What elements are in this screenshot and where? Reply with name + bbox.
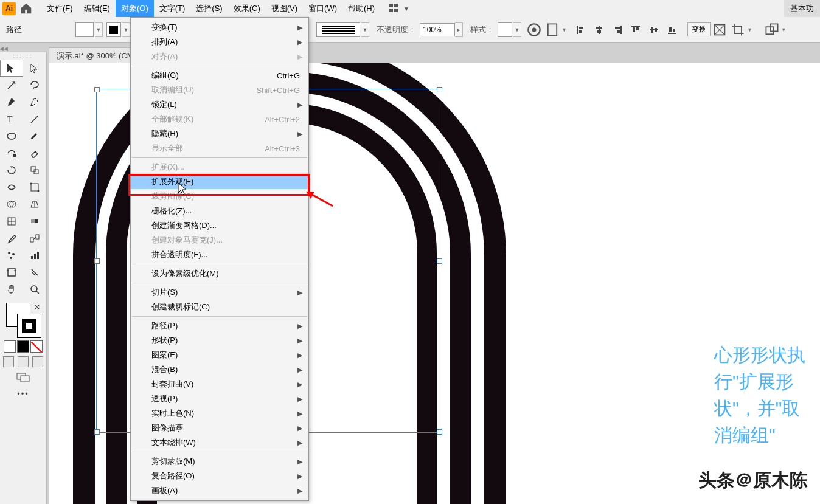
opacity-dropdown[interactable]: ▸ bbox=[455, 22, 463, 37]
magic-wand-tool[interactable] bbox=[0, 77, 23, 94]
direct-selection-tool[interactable] bbox=[23, 60, 46, 77]
shape-builder-tool[interactable] bbox=[0, 196, 23, 213]
menu-item[interactable]: 实时上色(N)▶ bbox=[131, 406, 308, 421]
recolor-icon[interactable] bbox=[527, 22, 541, 37]
menu-文件F[interactable]: 文件(F) bbox=[41, 0, 78, 17]
menu-item[interactable]: 图案(E)▶ bbox=[131, 348, 308, 362]
eraser-tool[interactable] bbox=[23, 145, 46, 162]
paintbrush-tool[interactable] bbox=[23, 128, 46, 145]
slice-tool[interactable] bbox=[23, 264, 46, 281]
home-icon[interactable] bbox=[19, 2, 33, 15]
menu-item[interactable]: 锁定(L)▶ bbox=[131, 97, 308, 112]
curvature-tool[interactable] bbox=[23, 94, 46, 111]
stroke-box[interactable] bbox=[17, 314, 41, 338]
chevron-down-icon[interactable]: ▼ bbox=[403, 5, 409, 12]
stroke-swatch[interactable] bbox=[106, 22, 121, 37]
gradient-mode-icon[interactable] bbox=[17, 340, 29, 353]
menu-item[interactable]: 创建渐变网格(D)... bbox=[131, 218, 308, 233]
menu-item[interactable]: 剪切蒙版(M)▶ bbox=[131, 454, 308, 469]
menu-文字T[interactable]: 文字(T) bbox=[154, 0, 191, 17]
align-top-icon[interactable] bbox=[628, 22, 643, 37]
menu-item[interactable]: 复合路径(O)▶ bbox=[131, 469, 308, 483]
selection-tool[interactable] bbox=[0, 60, 23, 77]
panel-grip[interactable]: :::::: bbox=[0, 52, 46, 60]
menu-item[interactable]: 形状(P)▶ bbox=[131, 333, 308, 348]
menu-item[interactable]: 路径(P)▶ bbox=[131, 319, 308, 333]
edit-toolbar-icon[interactable]: ••• bbox=[0, 389, 46, 398]
menu-item[interactable]: 创建裁切标记(C) bbox=[131, 300, 308, 314]
menu-item[interactable]: 拼合透明度(F)... bbox=[131, 247, 308, 262]
width-tool[interactable] bbox=[0, 179, 23, 196]
artboard-tool[interactable] bbox=[0, 264, 23, 281]
workspace-label[interactable]: 基本功 bbox=[784, 0, 820, 17]
fill-stroke-control[interactable]: ⤭ bbox=[5, 302, 41, 338]
menu-选择S[interactable]: 选择(S) bbox=[190, 0, 228, 17]
align-hcenter-icon[interactable] bbox=[592, 22, 606, 37]
menu-item[interactable]: 栅格化(Z)... bbox=[131, 204, 308, 218]
menu-item[interactable]: 编组(G)Ctrl+G bbox=[131, 68, 308, 83]
blend-tool[interactable] bbox=[23, 230, 46, 247]
draw-behind-icon[interactable] bbox=[18, 356, 29, 367]
panel-handle[interactable]: ◀◀ bbox=[0, 45, 7, 52]
menu-item[interactable]: 封套扭曲(V)▶ bbox=[131, 377, 308, 392]
align-vcenter-icon[interactable] bbox=[647, 22, 661, 37]
shaper-tool[interactable] bbox=[0, 145, 23, 162]
crop-icon[interactable] bbox=[731, 22, 745, 37]
arrange-icon[interactable] bbox=[765, 22, 779, 37]
free-transform-tool[interactable] bbox=[23, 179, 46, 196]
workspace-icon[interactable] bbox=[389, 3, 400, 14]
opacity-input[interactable]: 100% bbox=[420, 23, 455, 36]
color-mode-icon[interactable] bbox=[4, 340, 16, 353]
draw-inside-icon[interactable] bbox=[32, 356, 43, 367]
menu-对象O[interactable]: 对象(O) bbox=[116, 0, 154, 17]
swap-fill-stroke-icon[interactable]: ⤭ bbox=[34, 303, 40, 311]
fill-swatch[interactable] bbox=[75, 22, 94, 37]
style-swatch[interactable] bbox=[498, 22, 512, 37]
menu-item[interactable]: 透视(P)▶ bbox=[131, 392, 308, 406]
hand-tool[interactable] bbox=[0, 281, 23, 298]
menu-item[interactable]: 文本绕排(W)▶ bbox=[131, 435, 308, 450]
align-bottom-icon[interactable] bbox=[665, 22, 679, 37]
stroke-profile[interactable] bbox=[316, 22, 360, 37]
align-left-icon[interactable] bbox=[574, 22, 588, 37]
style-dropdown[interactable]: ▼ bbox=[513, 22, 521, 37]
symbol-sprayer-tool[interactable] bbox=[0, 247, 23, 264]
menu-item[interactable]: 图像描摹▶ bbox=[131, 421, 308, 435]
screen-mode-icon[interactable] bbox=[0, 372, 46, 383]
align-right-icon[interactable] bbox=[610, 22, 625, 37]
menu-视图V[interactable]: 视图(V) bbox=[266, 0, 303, 17]
lasso-tool[interactable] bbox=[23, 77, 46, 94]
stroke-profile-dropdown[interactable]: ▼ bbox=[361, 22, 369, 37]
menu-item[interactable]: 排列(A)▶ bbox=[131, 35, 308, 49]
stroke-dropdown[interactable]: ▼ bbox=[122, 22, 130, 37]
menu-帮助H[interactable]: 帮助(H) bbox=[342, 0, 380, 17]
draw-normal-icon[interactable] bbox=[3, 356, 14, 367]
ellipse-tool[interactable] bbox=[0, 128, 23, 145]
pen-tool[interactable] bbox=[0, 94, 23, 111]
rotate-tool[interactable] bbox=[0, 162, 23, 179]
mesh-tool[interactable] bbox=[0, 213, 23, 230]
zoom-tool[interactable] bbox=[23, 281, 46, 298]
menu-item[interactable]: 混合(B)▶ bbox=[131, 362, 308, 377]
document-setup-icon[interactable] bbox=[545, 22, 560, 37]
line-tool[interactable] bbox=[23, 111, 46, 128]
eyedropper-tool[interactable] bbox=[0, 230, 23, 247]
scale-tool[interactable] bbox=[23, 162, 46, 179]
menu-item[interactable]: 变换(T)▶ bbox=[131, 20, 308, 35]
menu-item[interactable]: 画板(A)▶ bbox=[131, 483, 308, 498]
graph-tool[interactable] bbox=[23, 247, 46, 264]
fill-dropdown[interactable]: ▼ bbox=[95, 22, 103, 37]
menu-窗口W[interactable]: 窗口(W) bbox=[303, 0, 342, 17]
gradient-tool[interactable] bbox=[23, 213, 46, 230]
menu-item[interactable]: 设为像素级优化(M) bbox=[131, 266, 308, 281]
menu-item[interactable]: 切片(S)▶ bbox=[131, 285, 308, 300]
menu-效果C[interactable]: 效果(C) bbox=[228, 0, 266, 17]
transform-button[interactable]: 变换 bbox=[687, 22, 711, 36]
menu-item[interactable]: 扩展外观(E) bbox=[131, 174, 308, 189]
menu-item[interactable]: 隐藏(H)▶ bbox=[131, 126, 308, 141]
perspective-tool[interactable] bbox=[23, 196, 46, 213]
menu-编辑E[interactable]: 编辑(E) bbox=[78, 0, 116, 17]
type-tool[interactable]: T bbox=[0, 111, 23, 128]
isolate-icon[interactable] bbox=[712, 22, 727, 37]
none-mode-icon[interactable] bbox=[30, 340, 43, 353]
